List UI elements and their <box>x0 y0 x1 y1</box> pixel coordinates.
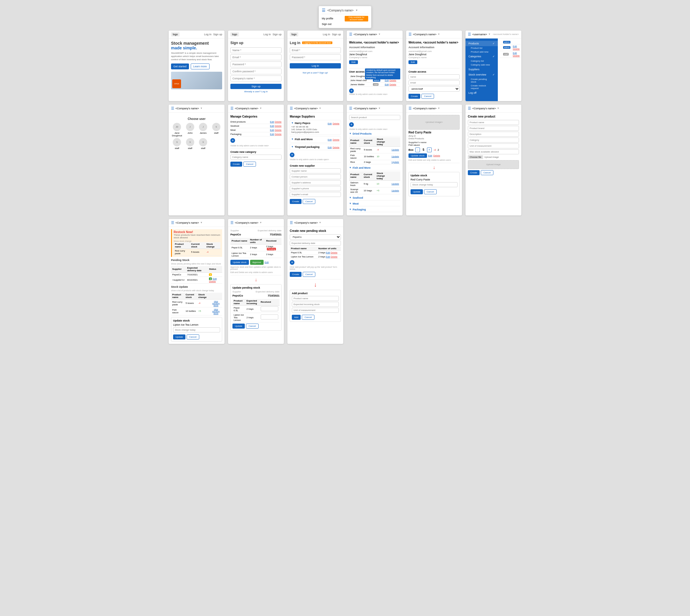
delete-category-2[interactable]: Delete <box>275 129 282 131</box>
edit-pending-1-r3c3[interactable]: Edit <box>326 256 330 258</box>
update-btn-redcurry[interactable]: Update <box>392 149 399 151</box>
create-access-button-5[interactable]: Create <box>408 94 420 99</box>
sidebar-sub-productadd[interactable]: Product add new <box>466 50 498 54</box>
login-email-input[interactable] <box>290 47 341 53</box>
create-name-input-5[interactable] <box>408 74 460 79</box>
profile-dropdown-row-profile[interactable]: My profile Only available for account ho… <box>322 15 368 22</box>
delete-product-button-r2c5[interactable]: Delete <box>433 154 440 157</box>
add-unit-input-r3c3[interactable] <box>292 308 339 313</box>
edit-category-3[interactable]: Edit <box>270 133 274 135</box>
signup-email-input[interactable] <box>230 54 282 60</box>
delete-user-6-2[interactable]: Delete <box>513 54 519 57</box>
user-avatar-staff1[interactable]: S staff <box>210 123 222 137</box>
login-signup-link[interactable]: Sign up <box>332 33 341 36</box>
login-login-link[interactable]: Log In <box>323 33 330 36</box>
stepper-decrease-r2c5[interactable]: - <box>415 148 420 152</box>
product-desc-input[interactable] <box>468 132 519 137</box>
add-supplier-button[interactable]: + <box>290 153 294 157</box>
edit-pending-0-r3c3[interactable]: Edit <box>326 251 330 254</box>
view-pending-r3c1-0[interactable]: view pending stock <box>211 300 221 307</box>
stepper-increase-r2c5[interactable]: + <box>427 148 432 152</box>
user-avatar-janedoughnut[interactable]: JD JaneDoughnut <box>171 123 183 137</box>
delete-pending-0-r3c3[interactable]: Delete <box>331 251 337 254</box>
contact-person-input[interactable] <box>290 174 341 179</box>
supplier-email-input[interactable] <box>290 192 341 197</box>
cancel-access-button-5[interactable]: Cancel <box>421 94 434 99</box>
received-input-0-r3c2[interactable] <box>261 306 278 311</box>
user-avatar-staff2[interactable]: S staff <box>171 138 183 150</box>
sidebar-sub-restockrequest[interactable]: Create restock request <box>466 84 498 90</box>
delete-category-1[interactable]: Delete <box>275 125 282 127</box>
supplier-address-input[interactable] <box>290 180 341 185</box>
cancel-update-button-r2c5[interactable]: Cancel <box>424 189 437 194</box>
signup-login-link[interactable]: Log In <box>263 33 271 36</box>
sidebar-item-stockoverview[interactable]: Stock overview✓ <box>466 72 498 77</box>
delivery-date-input-r3c3[interactable] <box>290 241 341 246</box>
sidebar-sub-categoryadd[interactable]: Category add new <box>466 63 498 67</box>
create-pending-button[interactable]: Create <box>290 272 302 277</box>
view-pending-r3c1-1[interactable]: view pending stock <box>211 308 221 314</box>
cancel-supplier-button[interactable]: Cancel <box>303 199 315 204</box>
edit-button-r3c2[interactable]: Edit <box>265 260 269 265</box>
signup-submit-button[interactable]: Sign up <box>230 84 282 89</box>
update-confirm-button-r3c1[interactable]: Update <box>173 334 185 339</box>
add-user-button-4[interactable]: + <box>349 88 354 93</box>
signup-password-input[interactable] <box>230 61 282 67</box>
login-footer-link[interactable]: Not yet a user? Sign up! <box>290 71 341 74</box>
create-product-button[interactable]: Create <box>468 170 480 175</box>
user-avatar-staff4[interactable]: S staff <box>197 138 209 150</box>
delete-user-4-2[interactable]: Delete <box>389 83 396 86</box>
create-supplier-button[interactable]: Create <box>290 199 302 204</box>
add-product-name-input-r3c3[interactable] <box>292 296 339 301</box>
delete-category-3[interactable]: Delete <box>275 133 282 135</box>
edit-user-6-1[interactable]: Edit <box>513 45 517 48</box>
edit-button-5[interactable]: Edit <box>408 60 417 64</box>
create-category-button[interactable]: Create <box>230 162 242 167</box>
sidebar-item-categories[interactable]: Categories✓ <box>466 54 498 59</box>
edit-button-4[interactable]: Edit <box>349 60 358 64</box>
add-product-confirm-button[interactable]: Add <box>292 315 301 320</box>
signup-signup-link[interactable]: Sign up <box>272 33 282 36</box>
delete-pending-r3c1-1[interactable]: Delete <box>209 280 216 283</box>
user-avatar-staff3[interactable]: S staff <box>184 138 196 150</box>
update-btn-rice[interactable]: Update <box>392 161 399 163</box>
sidebar-item-suppliers[interactable]: Suppliers <box>466 67 498 72</box>
signup-confirm-password-input[interactable] <box>230 68 282 74</box>
supplier-name-input[interactable] <box>290 169 341 173</box>
delete-supplier-2[interactable]: Delete <box>333 146 339 149</box>
login-password-input[interactable] <box>290 54 341 60</box>
delete-user-4-1[interactable]: Delete <box>389 79 396 82</box>
delete-supplier-0[interactable]: Delete <box>333 122 339 125</box>
learn-more-button[interactable]: Learn more <box>191 64 209 69</box>
cancel-category-button[interactable]: Cancel <box>243 162 256 167</box>
edit-user-4-2[interactable]: Edit <box>385 83 389 86</box>
received-input-1-r3c2[interactable] <box>261 314 278 320</box>
supplier-phone-input[interactable] <box>290 186 341 191</box>
edit-product-button-r2c5[interactable]: Edit <box>428 154 432 157</box>
product-brand-input[interactable] <box>468 126 519 131</box>
update-btn-salmon[interactable]: Update <box>392 182 399 185</box>
cancel-pending-button-r3c2[interactable]: Cancel <box>246 324 259 329</box>
signup-company-input[interactable] <box>230 75 282 82</box>
sidebar-sub-categorylist[interactable]: Category list <box>466 59 498 63</box>
edit-user-6-2[interactable]: Edit <box>513 52 517 54</box>
get-started-button[interactable]: Get started <box>171 64 189 69</box>
update-btn-fishsauce[interactable]: Update <box>392 155 399 158</box>
sidebar-item-logoff[interactable]: Log off <box>466 90 498 95</box>
login-submit-button[interactable]: Log in <box>290 63 341 68</box>
cancel-update-button-r3c1[interactable]: Cancel <box>186 334 199 339</box>
edit-supplier-1[interactable]: Edit <box>328 138 332 141</box>
choose-file-button[interactable]: Choose file <box>468 155 483 159</box>
product-maxstock-input[interactable] <box>468 149 519 154</box>
delete-pending-1-r3c3[interactable]: Delete <box>331 256 337 258</box>
delete-category-0[interactable]: Delete <box>275 120 282 123</box>
edit-user-4-1[interactable]: Edit <box>385 79 389 82</box>
update-btn-scampi[interactable]: Update <box>392 189 399 192</box>
update-stock-button-r2c5[interactable]: Update stock <box>408 153 427 158</box>
add-incoming-input-r3c3[interactable] <box>292 302 339 307</box>
user-avatar-james[interactable]: J James <box>197 123 209 137</box>
update-stock-button-r3c2[interactable]: Update stock <box>230 260 249 265</box>
edit-category-0[interactable]: Edit <box>270 120 274 123</box>
sidebar-sub-productlist[interactable]: Product list <box>466 46 498 50</box>
edit-pending-r3c1-1[interactable]: Edit <box>213 278 217 280</box>
